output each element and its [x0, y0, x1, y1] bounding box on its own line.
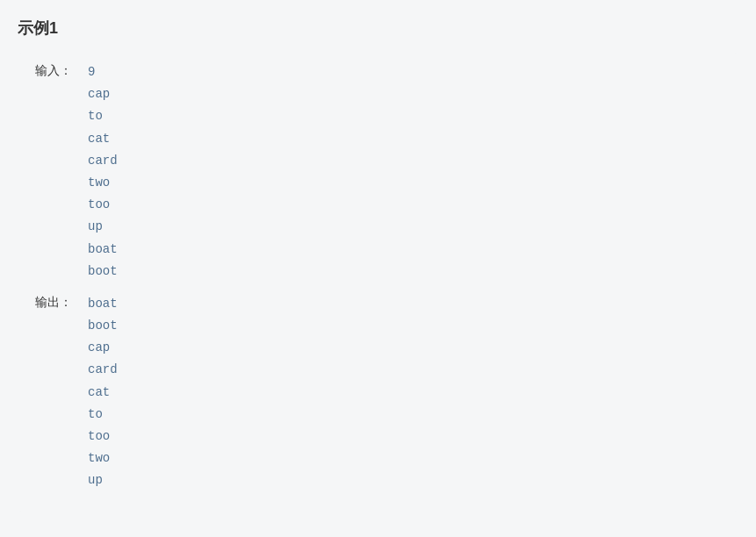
output-word-7: too: [88, 426, 118, 448]
output-word-4: card: [88, 359, 118, 381]
input-word-4: card: [88, 150, 118, 172]
page-container: 示例1 输入： 9 cap to cat card two too up boa…: [18, 18, 738, 512]
output-word-9: up: [88, 469, 118, 491]
output-code-block: boat boot cap card cat to too two up: [88, 293, 118, 492]
output-word-2: boot: [88, 315, 118, 337]
input-word-5: two: [88, 172, 118, 194]
example-box: 输入： 9 cap to cat card two too up boat bo…: [18, 53, 738, 512]
output-section: 输出： boat boot cap card cat to too two up: [35, 293, 721, 492]
output-word-1: boat: [88, 293, 118, 315]
input-word-7: up: [88, 216, 118, 238]
input-word-3: cat: [88, 128, 118, 150]
input-word-1: cap: [88, 83, 118, 105]
page-title: 示例1: [18, 18, 738, 39]
input-word-6: too: [88, 194, 118, 216]
input-label: 输入：: [35, 61, 88, 79]
output-label: 输出：: [35, 293, 88, 311]
input-word-2: to: [88, 105, 118, 127]
output-word-5: cat: [88, 382, 118, 404]
output-word-3: cap: [88, 337, 118, 359]
input-word-9: boot: [88, 261, 118, 283]
input-number: 9: [88, 61, 118, 83]
input-section: 输入： 9 cap to cat card two too up boat bo…: [35, 61, 721, 283]
input-code-block: 9 cap to cat card two too up boat boot: [88, 61, 118, 283]
output-word-6: to: [88, 404, 118, 426]
input-word-8: boat: [88, 239, 118, 261]
output-word-8: two: [88, 448, 118, 469]
